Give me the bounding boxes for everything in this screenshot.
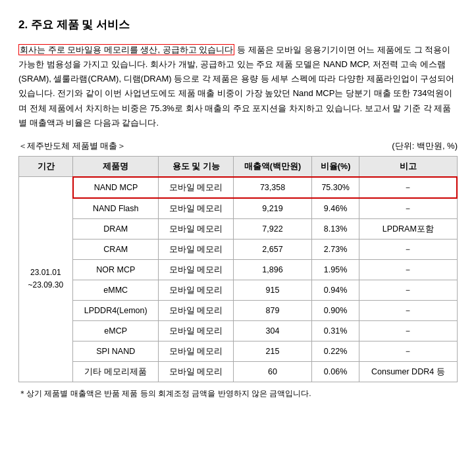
cell-note: － xyxy=(359,198,457,219)
cell-sales: 215 xyxy=(233,341,311,361)
col-header-sales: 매출액(백만원) xyxy=(233,156,311,177)
cell-sales: 7,922 xyxy=(233,218,311,239)
cell-usage: 모바일 메모리 xyxy=(159,259,234,280)
cell-product: eMMC xyxy=(73,280,159,300)
cell-usage: 모바일 메모리 xyxy=(159,198,234,219)
table-label-right: (단위: 백만원, %) xyxy=(392,139,458,153)
cell-ratio: 0.06% xyxy=(312,361,359,382)
cell-ratio: 8.13% xyxy=(312,218,359,239)
section-wrapper: 2. 주요 제품 및 서비스 회사는 주로 모바일용 메모리를 생산, 공급하고… xyxy=(18,16,458,400)
cell-usage: 모바일 메모리 xyxy=(159,239,234,259)
table-row: SPI NAND모바일 메모리2150.22%－ xyxy=(19,341,458,361)
table-header-row: 기간 제품명 용도 및 기능 매출액(백만원) 비율(%) 비고 xyxy=(19,156,458,177)
cell-product: NAND Flash xyxy=(73,198,159,219)
cell-product: LPDDR4(Lemon) xyxy=(73,300,159,320)
body-paragraph: 회사는 주로 모바일용 메모리를 생산, 공급하고 있습니다 등 제품은 모바일… xyxy=(18,43,458,130)
cell-note: － xyxy=(359,239,457,259)
cell-note: － xyxy=(359,341,457,361)
table-row: eMCP모바일 메모리3040.31%－ xyxy=(19,320,458,341)
cell-note: － xyxy=(359,320,457,341)
cell-ratio: 0.90% xyxy=(312,300,359,320)
cell-usage: 모바일 메모리 xyxy=(159,177,234,198)
cell-sales: 60 xyxy=(233,361,311,382)
cell-sales: 304 xyxy=(233,320,311,341)
table-row: LPDDR4(Lemon)모바일 메모리8790.90%－ xyxy=(19,300,458,320)
col-header-ratio: 비율(%) xyxy=(312,156,359,177)
cell-usage: 모바일 메모리 xyxy=(159,300,234,320)
cell-sales: 1,896 xyxy=(233,259,311,280)
cell-usage: 모바일 메모리 xyxy=(159,361,234,382)
table-row: 23.01.01 ~23.09.30NAND MCP모바일 메모리73,3587… xyxy=(19,177,458,198)
table-label-left: ＜제주반도체 제품별 매출＞ xyxy=(18,139,126,153)
cell-sales: 915 xyxy=(233,280,311,300)
cell-ratio: 1.95% xyxy=(312,259,359,280)
col-header-period: 기간 xyxy=(19,156,73,177)
cell-sales: 73,358 xyxy=(233,177,311,198)
cell-product: CRAM xyxy=(73,239,159,259)
cell-ratio: 2.73% xyxy=(312,239,359,259)
table-row: NOR MCP모바일 메모리1,8961.95%－ xyxy=(19,259,458,280)
cell-product: eMCP xyxy=(73,320,159,341)
cell-ratio: 0.31% xyxy=(312,320,359,341)
cell-note: － xyxy=(359,259,457,280)
cell-product: 기타 메모리제품 xyxy=(73,361,159,382)
table-row: DRAM모바일 메모리7,9228.13%LPDRAM포함 xyxy=(19,218,458,239)
cell-product: SPI NAND xyxy=(73,341,159,361)
cell-note: － xyxy=(359,280,457,300)
cell-ratio: 0.94% xyxy=(312,280,359,300)
cell-note: － xyxy=(359,177,457,198)
col-header-usage: 용도 및 기능 xyxy=(159,156,234,177)
col-header-note: 비고 xyxy=(359,156,457,177)
cell-note: Consumer DDR4 등 xyxy=(359,361,457,382)
table-row: 기타 메모리제품모바일 메모리600.06%Consumer DDR4 등 xyxy=(19,361,458,382)
highlighted-sentence: 회사는 주로 모바일용 메모리를 생산, 공급하고 있습니다 xyxy=(18,44,234,55)
cell-note: LPDRAM포함 xyxy=(359,218,457,239)
table-label-row: ＜제주반도체 제품별 매출＞ (단위: 백만원, %) xyxy=(18,139,458,153)
cell-ratio: 9.46% xyxy=(312,198,359,219)
cell-usage: 모바일 메모리 xyxy=(159,218,234,239)
cell-product: NOR MCP xyxy=(73,259,159,280)
cell-period: 23.01.01 ~23.09.30 xyxy=(19,177,73,382)
col-header-product: 제품명 xyxy=(73,156,159,177)
cell-ratio: 0.22% xyxy=(312,341,359,361)
cell-sales: 2,657 xyxy=(233,239,311,259)
table-row: eMMC모바일 메모리9150.94%－ xyxy=(19,280,458,300)
cell-usage: 모바일 메모리 xyxy=(159,320,234,341)
cell-usage: 모바일 메모리 xyxy=(159,280,234,300)
cell-note: － xyxy=(359,300,457,320)
cell-sales: 9,219 xyxy=(233,198,311,219)
product-table: 기간 제품명 용도 및 기능 매출액(백만원) 비율(%) 비고 23.01.0… xyxy=(18,156,458,382)
cell-ratio: 75.30% xyxy=(312,177,359,198)
footer-note: ＊상기 제품별 매출액은 반품 제품 등의 회계조정 금액을 반영하지 않은 금… xyxy=(18,388,458,400)
cell-sales: 879 xyxy=(233,300,311,320)
cell-usage: 모바일 메모리 xyxy=(159,341,234,361)
cell-product: DRAM xyxy=(73,218,159,239)
table-row: CRAM모바일 메모리2,6572.73%－ xyxy=(19,239,458,259)
cell-product: NAND MCP xyxy=(73,177,159,198)
section-title: 2. 주요 제품 및 서비스 xyxy=(18,16,458,34)
table-row: NAND Flash모바일 메모리9,2199.46%－ xyxy=(19,198,458,219)
